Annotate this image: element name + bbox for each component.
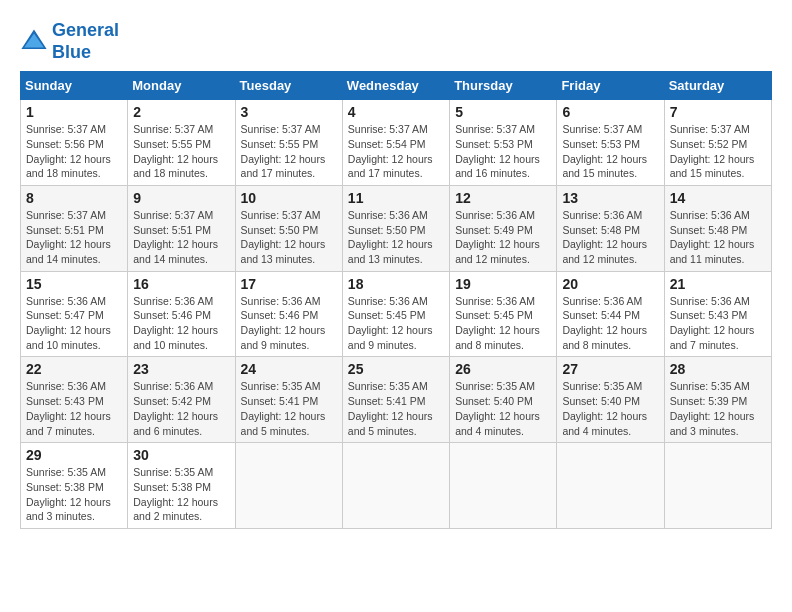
day-info: Sunrise: 5:36 AM Sunset: 5:44 PM Dayligh… bbox=[562, 294, 658, 353]
calendar-cell bbox=[342, 443, 449, 529]
day-info: Sunrise: 5:37 AM Sunset: 5:55 PM Dayligh… bbox=[133, 122, 229, 181]
calendar-cell: 23Sunrise: 5:36 AM Sunset: 5:42 PM Dayli… bbox=[128, 357, 235, 443]
day-number: 25 bbox=[348, 361, 444, 377]
calendar-cell: 27Sunrise: 5:35 AM Sunset: 5:40 PM Dayli… bbox=[557, 357, 664, 443]
day-number: 3 bbox=[241, 104, 337, 120]
day-number: 22 bbox=[26, 361, 122, 377]
day-number: 2 bbox=[133, 104, 229, 120]
day-info: Sunrise: 5:35 AM Sunset: 5:41 PM Dayligh… bbox=[348, 379, 444, 438]
day-info: Sunrise: 5:37 AM Sunset: 5:51 PM Dayligh… bbox=[26, 208, 122, 267]
calendar-cell: 18Sunrise: 5:36 AM Sunset: 5:45 PM Dayli… bbox=[342, 271, 449, 357]
day-info: Sunrise: 5:35 AM Sunset: 5:38 PM Dayligh… bbox=[133, 465, 229, 524]
calendar-cell: 20Sunrise: 5:36 AM Sunset: 5:44 PM Dayli… bbox=[557, 271, 664, 357]
day-number: 27 bbox=[562, 361, 658, 377]
calendar-day-header: Friday bbox=[557, 72, 664, 100]
calendar-cell: 9Sunrise: 5:37 AM Sunset: 5:51 PM Daylig… bbox=[128, 185, 235, 271]
calendar-cell: 14Sunrise: 5:36 AM Sunset: 5:48 PM Dayli… bbox=[664, 185, 771, 271]
day-number: 9 bbox=[133, 190, 229, 206]
calendar-cell bbox=[664, 443, 771, 529]
calendar-day-header: Monday bbox=[128, 72, 235, 100]
calendar-cell: 7Sunrise: 5:37 AM Sunset: 5:52 PM Daylig… bbox=[664, 100, 771, 186]
day-info: Sunrise: 5:37 AM Sunset: 5:50 PM Dayligh… bbox=[241, 208, 337, 267]
day-info: Sunrise: 5:36 AM Sunset: 5:42 PM Dayligh… bbox=[133, 379, 229, 438]
calendar-week-row: 15Sunrise: 5:36 AM Sunset: 5:47 PM Dayli… bbox=[21, 271, 772, 357]
calendar-week-row: 22Sunrise: 5:36 AM Sunset: 5:43 PM Dayli… bbox=[21, 357, 772, 443]
calendar-week-row: 8Sunrise: 5:37 AM Sunset: 5:51 PM Daylig… bbox=[21, 185, 772, 271]
calendar-cell: 3Sunrise: 5:37 AM Sunset: 5:55 PM Daylig… bbox=[235, 100, 342, 186]
day-number: 24 bbox=[241, 361, 337, 377]
calendar-day-header: Thursday bbox=[450, 72, 557, 100]
day-info: Sunrise: 5:37 AM Sunset: 5:52 PM Dayligh… bbox=[670, 122, 766, 181]
calendar-cell: 22Sunrise: 5:36 AM Sunset: 5:43 PM Dayli… bbox=[21, 357, 128, 443]
day-info: Sunrise: 5:37 AM Sunset: 5:51 PM Dayligh… bbox=[133, 208, 229, 267]
calendar-cell: 16Sunrise: 5:36 AM Sunset: 5:46 PM Dayli… bbox=[128, 271, 235, 357]
day-number: 13 bbox=[562, 190, 658, 206]
day-number: 17 bbox=[241, 276, 337, 292]
calendar-cell: 21Sunrise: 5:36 AM Sunset: 5:43 PM Dayli… bbox=[664, 271, 771, 357]
calendar-cell: 13Sunrise: 5:36 AM Sunset: 5:48 PM Dayli… bbox=[557, 185, 664, 271]
day-number: 5 bbox=[455, 104, 551, 120]
day-info: Sunrise: 5:35 AM Sunset: 5:38 PM Dayligh… bbox=[26, 465, 122, 524]
day-info: Sunrise: 5:36 AM Sunset: 5:45 PM Dayligh… bbox=[455, 294, 551, 353]
day-info: Sunrise: 5:35 AM Sunset: 5:41 PM Dayligh… bbox=[241, 379, 337, 438]
day-number: 8 bbox=[26, 190, 122, 206]
day-info: Sunrise: 5:36 AM Sunset: 5:46 PM Dayligh… bbox=[241, 294, 337, 353]
day-number: 6 bbox=[562, 104, 658, 120]
calendar-header-row: SundayMondayTuesdayWednesdayThursdayFrid… bbox=[21, 72, 772, 100]
calendar-table: SundayMondayTuesdayWednesdayThursdayFrid… bbox=[20, 71, 772, 529]
calendar-week-row: 1Sunrise: 5:37 AM Sunset: 5:56 PM Daylig… bbox=[21, 100, 772, 186]
calendar-cell: 28Sunrise: 5:35 AM Sunset: 5:39 PM Dayli… bbox=[664, 357, 771, 443]
logo: General Blue bbox=[20, 20, 119, 63]
day-number: 19 bbox=[455, 276, 551, 292]
day-info: Sunrise: 5:37 AM Sunset: 5:53 PM Dayligh… bbox=[562, 122, 658, 181]
day-number: 18 bbox=[348, 276, 444, 292]
calendar-cell bbox=[235, 443, 342, 529]
calendar-cell: 17Sunrise: 5:36 AM Sunset: 5:46 PM Dayli… bbox=[235, 271, 342, 357]
calendar-cell: 8Sunrise: 5:37 AM Sunset: 5:51 PM Daylig… bbox=[21, 185, 128, 271]
day-info: Sunrise: 5:36 AM Sunset: 5:43 PM Dayligh… bbox=[26, 379, 122, 438]
day-number: 11 bbox=[348, 190, 444, 206]
calendar-body: 1Sunrise: 5:37 AM Sunset: 5:56 PM Daylig… bbox=[21, 100, 772, 529]
day-info: Sunrise: 5:36 AM Sunset: 5:50 PM Dayligh… bbox=[348, 208, 444, 267]
calendar-cell: 4Sunrise: 5:37 AM Sunset: 5:54 PM Daylig… bbox=[342, 100, 449, 186]
day-info: Sunrise: 5:37 AM Sunset: 5:54 PM Dayligh… bbox=[348, 122, 444, 181]
page-header: General Blue bbox=[20, 20, 772, 63]
calendar-cell: 15Sunrise: 5:36 AM Sunset: 5:47 PM Dayli… bbox=[21, 271, 128, 357]
day-info: Sunrise: 5:37 AM Sunset: 5:53 PM Dayligh… bbox=[455, 122, 551, 181]
day-info: Sunrise: 5:37 AM Sunset: 5:55 PM Dayligh… bbox=[241, 122, 337, 181]
day-info: Sunrise: 5:36 AM Sunset: 5:49 PM Dayligh… bbox=[455, 208, 551, 267]
calendar-cell: 11Sunrise: 5:36 AM Sunset: 5:50 PM Dayli… bbox=[342, 185, 449, 271]
day-number: 14 bbox=[670, 190, 766, 206]
day-number: 16 bbox=[133, 276, 229, 292]
calendar-cell: 6Sunrise: 5:37 AM Sunset: 5:53 PM Daylig… bbox=[557, 100, 664, 186]
day-number: 1 bbox=[26, 104, 122, 120]
calendar-cell: 29Sunrise: 5:35 AM Sunset: 5:38 PM Dayli… bbox=[21, 443, 128, 529]
logo-icon bbox=[20, 28, 48, 56]
calendar-cell bbox=[557, 443, 664, 529]
day-number: 28 bbox=[670, 361, 766, 377]
calendar-cell bbox=[450, 443, 557, 529]
calendar-cell: 10Sunrise: 5:37 AM Sunset: 5:50 PM Dayli… bbox=[235, 185, 342, 271]
calendar-cell: 1Sunrise: 5:37 AM Sunset: 5:56 PM Daylig… bbox=[21, 100, 128, 186]
day-info: Sunrise: 5:36 AM Sunset: 5:46 PM Dayligh… bbox=[133, 294, 229, 353]
day-info: Sunrise: 5:35 AM Sunset: 5:40 PM Dayligh… bbox=[455, 379, 551, 438]
day-number: 12 bbox=[455, 190, 551, 206]
day-info: Sunrise: 5:36 AM Sunset: 5:47 PM Dayligh… bbox=[26, 294, 122, 353]
calendar-day-header: Sunday bbox=[21, 72, 128, 100]
day-number: 30 bbox=[133, 447, 229, 463]
calendar-cell: 30Sunrise: 5:35 AM Sunset: 5:38 PM Dayli… bbox=[128, 443, 235, 529]
calendar-day-header: Saturday bbox=[664, 72, 771, 100]
calendar-cell: 2Sunrise: 5:37 AM Sunset: 5:55 PM Daylig… bbox=[128, 100, 235, 186]
day-number: 20 bbox=[562, 276, 658, 292]
logo-text: General Blue bbox=[52, 20, 119, 63]
day-number: 10 bbox=[241, 190, 337, 206]
calendar-cell: 25Sunrise: 5:35 AM Sunset: 5:41 PM Dayli… bbox=[342, 357, 449, 443]
day-info: Sunrise: 5:37 AM Sunset: 5:56 PM Dayligh… bbox=[26, 122, 122, 181]
calendar-day-header: Tuesday bbox=[235, 72, 342, 100]
day-number: 26 bbox=[455, 361, 551, 377]
day-number: 15 bbox=[26, 276, 122, 292]
calendar-cell: 5Sunrise: 5:37 AM Sunset: 5:53 PM Daylig… bbox=[450, 100, 557, 186]
day-number: 4 bbox=[348, 104, 444, 120]
day-info: Sunrise: 5:36 AM Sunset: 5:48 PM Dayligh… bbox=[562, 208, 658, 267]
day-info: Sunrise: 5:36 AM Sunset: 5:43 PM Dayligh… bbox=[670, 294, 766, 353]
